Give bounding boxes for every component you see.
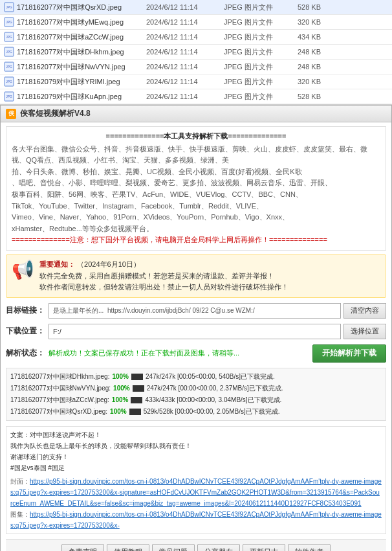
bottom-toolbar: 免责声明使用教程常见问题分享朋友更新日志软件作者 bbox=[6, 539, 386, 551]
app-titlebar: 侠 侠客短视频解析V4.8 bbox=[1, 106, 391, 122]
banner-note: ==============注意：想下国外平台视频，请电脑开启全局科学上网后再操… bbox=[12, 234, 380, 246]
progress-line: 1718162077对中国球DHkhm.jpeg: 100% 247k/247k… bbox=[10, 371, 382, 383]
cover-line: 封面：https://p95-bj-sign.douyinpic.com/tos… bbox=[10, 476, 382, 509]
file-size: 320 KB bbox=[282, 18, 321, 26]
speaker-icon: 📢 bbox=[12, 259, 34, 280]
changelog-button[interactable]: 更新日志 bbox=[243, 544, 285, 551]
progress-detail: 529k/528k [00:00<00:00, 2.05MB/s]已下载完成. bbox=[144, 406, 280, 418]
clear-button[interactable]: 清空内容 bbox=[343, 303, 386, 319]
file-row[interactable]: JPG 1718162077对中国球NwVYN.jpeg 2024/6/12 1… bbox=[0, 60, 392, 74]
progress-bar bbox=[133, 385, 144, 392]
progress-detail: 247k/247k [00:05<00:00, 540B/s]已下载完成. bbox=[146, 371, 275, 383]
banner-title: ==============本工具支持解析下载============== bbox=[12, 131, 380, 142]
notice-line1: 软件完全免费，采用自愿捐赠模式！若您若是买来的请退款、差评并举报！ bbox=[39, 272, 274, 280]
progress-line: 1718162077对中国球aZCcW.jpeg: 100% 433k/433k… bbox=[10, 394, 382, 406]
jpeg-icon: JPG bbox=[4, 47, 14, 57]
progress-line: 1718162077对中国球QsrXD.jpeg: 100% 529k/528k… bbox=[10, 406, 382, 418]
url-row: 目标链接： 清空内容 bbox=[6, 303, 386, 319]
path-row: 下载位置： 选择位置 bbox=[6, 324, 386, 339]
svg-text:JPG: JPG bbox=[6, 95, 12, 98]
image-url: https://p95-bj-sign.douyinpic.com/tos-cn… bbox=[10, 511, 382, 529]
app-icon: 侠 bbox=[6, 109, 16, 119]
file-list: JPG 1718162077对中国球QsrXD.jpeg 2024/6/12 1… bbox=[0, 0, 392, 105]
file-row[interactable]: JPG 1718162077对中国球aZCcW.jpeg 2024/6/12 1… bbox=[0, 30, 392, 45]
share-button[interactable]: 分享朋友 bbox=[197, 544, 240, 551]
jpeg-icon: JPG bbox=[4, 2, 14, 12]
progress-filename: 1718162077对中国球QsrXD.jpeg: bbox=[10, 406, 107, 418]
progress-detail: 247k/247k [00:00<00:00, 2.37MB/s]已下载完成. bbox=[147, 383, 283, 394]
progress-pct: 100% bbox=[113, 383, 130, 394]
status-row: 解析状态： 解析成功！文案已保存成功！正在下载封面及图集，请稍等... 开始解析… bbox=[6, 344, 386, 363]
svg-text:JPG: JPG bbox=[6, 65, 12, 69]
file-size: 248 KB bbox=[282, 63, 321, 71]
svg-text:JPG: JPG bbox=[6, 5, 12, 9]
file-name: 1718162079对中国球KuApn.jpeg bbox=[17, 92, 146, 102]
file-row[interactable]: JPG 1718162077对中国球QsrXD.jpeg 2024/6/12 1… bbox=[0, 0, 392, 15]
cover-label: 封面： bbox=[10, 478, 30, 485]
file-type: JPEG 图片文件 bbox=[224, 77, 282, 87]
url-input[interactable] bbox=[49, 303, 341, 319]
file-type: JPEG 图片文件 bbox=[224, 32, 282, 42]
file-row[interactable]: JPG 1718162079对中国球KuApn.jpeg 2024/6/12 1… bbox=[0, 89, 392, 104]
file-name: 1718162079对中国球YRIMI.jpeg bbox=[17, 77, 146, 87]
svg-text:JPG: JPG bbox=[6, 80, 12, 84]
faq-button[interactable]: 常见问题 bbox=[152, 544, 195, 551]
content-area: 文案：对中国球迷说声对不起！ 我作为队长也是场上最年长的球员，没能帮帮到球队我有… bbox=[6, 426, 386, 534]
file-row[interactable]: JPG 1718162077对中国球DHkhm.jpeg 2024/6/12 1… bbox=[0, 45, 392, 60]
file-name: 1718162077对中国球DHkhm.jpeg bbox=[17, 47, 146, 57]
progress-pct: 100% bbox=[112, 394, 129, 406]
select-path-button[interactable]: 选择位置 bbox=[343, 324, 386, 339]
file-date: 2024/6/12 11:14 bbox=[146, 3, 224, 11]
progress-bar bbox=[129, 409, 141, 415]
start-button[interactable]: 开始解析并下载 bbox=[312, 344, 386, 363]
app-title: 侠客短视频解析V4.8 bbox=[20, 108, 91, 119]
file-size: 528 KB bbox=[282, 3, 321, 11]
status-text: 解析成功！文案已保存成功！正在下载封面及图集，请稍等... bbox=[49, 348, 310, 358]
progress-filename: 1718162077对中国球aZCcW.jpeg: bbox=[10, 394, 109, 406]
progress-bar bbox=[131, 397, 142, 403]
jpeg-icon: JPG bbox=[4, 17, 14, 27]
file-date: 2024/6/12 11:14 bbox=[146, 48, 224, 56]
image-label: 图集： bbox=[10, 511, 30, 518]
file-type: JPEG 图片文件 bbox=[224, 17, 282, 27]
file-date: 2024/6/12 11:14 bbox=[146, 33, 224, 41]
progress-filename: 1718162077对中国球NwVYN.jpeg: bbox=[10, 383, 111, 394]
jpeg-icon: JPG bbox=[4, 76, 14, 87]
file-size: 248 KB bbox=[282, 48, 321, 56]
progress-area: 1718162077对中国球DHkhm.jpeg: 100% 247k/247k… bbox=[6, 368, 386, 421]
file-name: 1718162077对中国球aZCcW.jpeg bbox=[17, 32, 146, 42]
author-button[interactable]: 软件作者 bbox=[288, 544, 331, 551]
path-input[interactable] bbox=[49, 324, 341, 339]
progress-line: 1718162077对中国球NwVYN.jpeg: 100% 247k/247k… bbox=[10, 383, 382, 394]
file-type: JPEG 图片文件 bbox=[224, 3, 282, 12]
svg-text:JPG: JPG bbox=[6, 50, 12, 54]
file-date: 2024/6/12 11:14 bbox=[146, 63, 224, 71]
file-row[interactable]: JPG 1718162079对中国球YRIMI.jpeg 2024/6/12 1… bbox=[0, 74, 392, 89]
tutorial-button[interactable]: 使用教程 bbox=[107, 544, 149, 551]
notice-title: 重要通知： bbox=[39, 260, 75, 268]
file-date: 2024/6/12 11:14 bbox=[146, 18, 224, 26]
progress-detail: 433k/433k [00:00<00:00, 3.04MB/s]已下载完成. bbox=[145, 394, 281, 406]
path-label: 下载位置： bbox=[6, 326, 45, 337]
notice-line2: 软件作者同意转发，但转发请注明出处！禁止一切人员对软件进行破坏性操作！ bbox=[39, 283, 289, 291]
svg-text:JPG: JPG bbox=[6, 20, 12, 24]
content-text: 文案：对中国球迷说声对不起！ 我作为队长也是场上最年长的球员，没能帮帮到球队我有… bbox=[10, 429, 382, 531]
status-label: 解析状态： bbox=[6, 348, 45, 359]
progress-filename: 1718162077对中国球DHkhm.jpeg: bbox=[10, 371, 109, 383]
jpeg-icon: JPG bbox=[4, 91, 14, 102]
file-type: JPEG 图片文件 bbox=[224, 47, 282, 57]
notice-text: 重要通知： （2024年6月10日） 软件完全免费，采用自愿捐赠模式！若您若是买… bbox=[39, 259, 289, 293]
file-name: 1718162077对中国球NwVYN.jpeg bbox=[17, 62, 146, 72]
progress-bar bbox=[131, 374, 143, 380]
disclaimer-button[interactable]: 免责声明 bbox=[61, 544, 104, 551]
progress-pct: 100% bbox=[110, 406, 127, 418]
app-body: ==============本工具支持解析下载============== 各大… bbox=[1, 122, 391, 551]
file-date: 2024/6/12 11:14 bbox=[146, 93, 224, 100]
url-label: 目标链接： bbox=[6, 305, 45, 316]
svg-text:JPG: JPG bbox=[6, 35, 12, 39]
support-banner: ==============本工具支持解析下载============== 各大… bbox=[6, 126, 386, 251]
file-size: 434 KB bbox=[282, 33, 321, 41]
file-row[interactable]: JPG 1718162077对中国球yMEwq.jpeg 2024/6/12 1… bbox=[0, 15, 392, 30]
jpeg-icon: JPG bbox=[4, 62, 14, 72]
cover-url: https://p95-bj-sign.douyinpic.com/tos-cn… bbox=[10, 478, 382, 507]
